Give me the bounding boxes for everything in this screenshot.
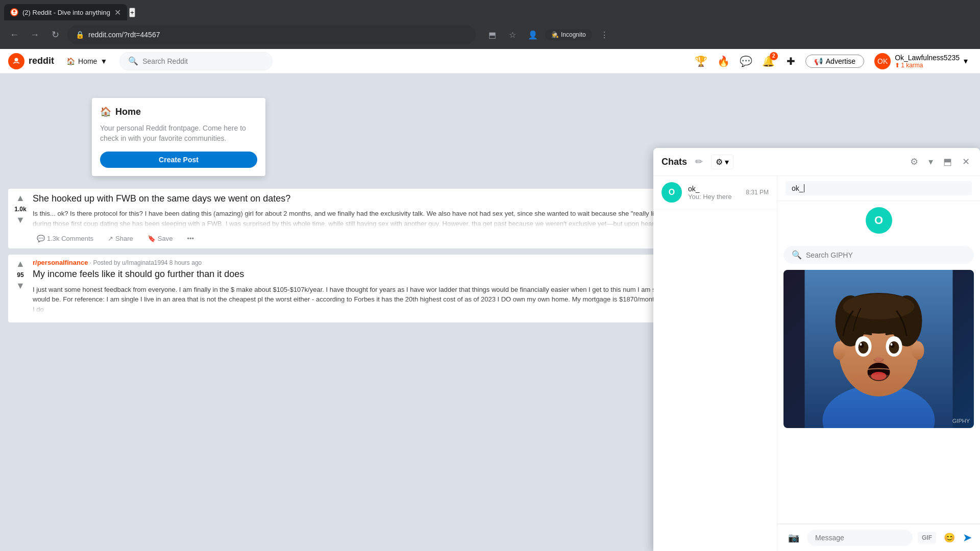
- create-post-button[interactable]: Create Post: [100, 152, 257, 168]
- message-input-area: 📷 GIF 😊 ➤: [777, 524, 980, 551]
- chat-time: 8:31 PM: [746, 189, 769, 196]
- tab-favicon: [10, 8, 18, 16]
- profile-icon[interactable]: 👤: [525, 27, 541, 43]
- svg-point-27: [851, 374, 907, 390]
- svg-point-20: [860, 343, 862, 346]
- nav-actions: ⬒ ☆ 👤 🕵 Incognito ⋮: [484, 27, 612, 43]
- home-nav-button[interactable]: 🏠 Home ▼: [62, 55, 111, 67]
- chat-settings-button[interactable]: ⚙: [908, 154, 920, 169]
- reddit-header: reddit 🏠 Home ▼ 🔍 🏆 🔥 💬 🔔 2 ✚: [0, 49, 980, 73]
- downvote-button[interactable]: ▼: [16, 215, 25, 226]
- share-button[interactable]: ↗ Share: [104, 233, 137, 244]
- giphy-search-input[interactable]: [806, 251, 966, 259]
- search-icon: 🔍: [128, 56, 138, 66]
- chat-info: ok_ You: Hey there: [688, 185, 740, 201]
- header-actions: 🏆 🔥 💬 🔔 2 ✚ 📢 Advertise OK Ok_Lawfulness…: [693, 51, 972, 71]
- chat-external-button[interactable]: ⬒: [941, 154, 954, 169]
- browser-chrome: (2) Reddit - Dive into anything ✕ + ← → …: [0, 0, 980, 49]
- search-bar[interactable]: 🔍: [119, 52, 273, 70]
- svg-point-25: [834, 341, 846, 360]
- downvote-button-2[interactable]: ▼: [16, 281, 25, 291]
- gif-svg: [783, 270, 974, 428]
- user-avatar: OK: [874, 53, 891, 69]
- active-tab[interactable]: (2) Reddit - Dive into anything ✕: [4, 4, 127, 20]
- username: Ok_Lawfulness5235: [895, 54, 960, 62]
- camera-button[interactable]: 📷: [786, 530, 802, 546]
- bookmark-icon[interactable]: ☆: [504, 27, 521, 43]
- notification-badge: 2: [770, 52, 778, 60]
- chat-username: ok_: [688, 185, 740, 193]
- close-tab-icon[interactable]: ✕: [114, 8, 121, 17]
- gif-search-area: 🔍: [777, 240, 980, 524]
- add-post-button[interactable]: ✚: [783, 53, 799, 69]
- chats-header: Chats ✏ ⚙ ▾ ⚙ ▾ ⬒ ✕: [653, 148, 980, 176]
- gif-search-icon: 🔍: [792, 250, 802, 260]
- svg-point-5: [17, 62, 18, 63]
- chats-compose-button[interactable]: ✏: [693, 154, 705, 169]
- chat-close-button[interactable]: ✕: [960, 154, 972, 169]
- post-subreddit[interactable]: r/personalfinance: [33, 259, 88, 266]
- svg-point-3: [15, 58, 18, 61]
- karma-badge: ⬆ 1 karma: [895, 62, 960, 69]
- advertise-button[interactable]: 📢 Advertise: [805, 55, 864, 68]
- gif-image[interactable]: GIPHY: [783, 270, 974, 428]
- reload-button[interactable]: ↻: [47, 27, 63, 43]
- chats-filter[interactable]: ⚙ ▾: [711, 155, 733, 169]
- svg-point-21: [891, 343, 893, 346]
- chat-icon-button[interactable]: 💬: [738, 53, 754, 69]
- svg-point-13: [843, 294, 915, 319]
- profile-dropdown-icon: ▾: [964, 56, 968, 66]
- giphy-watermark: GIPHY: [952, 418, 970, 424]
- chats-panel: Chats ✏ ⚙ ▾ ⚙ ▾ ⬒ ✕ O ok_ You: Hey there: [653, 148, 980, 551]
- menu-button[interactable]: ⋮: [596, 27, 612, 43]
- save-icon: 🔖: [148, 235, 156, 242]
- popular-icon-button[interactable]: 🔥: [716, 53, 732, 69]
- home-dropdown-title: 🏠 Home: [100, 106, 257, 117]
- home-dropdown: 🏠 Home Your personal Reddit frontpage. C…: [92, 98, 265, 176]
- upvote-button[interactable]: ▲: [16, 193, 25, 204]
- chat-name-input[interactable]: ok_: [786, 181, 972, 195]
- award-icon-button[interactable]: 🏆: [693, 53, 709, 69]
- tab-title: (2) Reddit - Dive into anything: [22, 9, 110, 16]
- user-profile[interactable]: OK Ok_Lawfulness5235 ⬆ 1 karma ▾: [870, 51, 972, 71]
- chat-expand-button[interactable]: ▾: [926, 154, 935, 169]
- svg-point-4: [14, 62, 15, 63]
- address-bar[interactable]: 🔒 reddit.com/?rdt=44567: [67, 26, 476, 44]
- send-button[interactable]: ➤: [963, 531, 972, 544]
- chats-content: O ok_ You: Hey there 8:31 PM ok_: [653, 176, 980, 551]
- search-input[interactable]: [142, 57, 264, 65]
- comments-button[interactable]: 💬 1.3k Comments: [33, 233, 97, 244]
- back-button[interactable]: ←: [6, 27, 22, 43]
- karma-count: 1 karma: [901, 62, 923, 69]
- post-author: u/Imaginata1994: [122, 259, 167, 266]
- comment-icon: 💬: [37, 235, 45, 242]
- chats-list: O ok_ You: Hey there 8:31 PM: [653, 176, 777, 551]
- share-icon: ↗: [108, 235, 113, 242]
- new-tab-button[interactable]: +: [129, 8, 135, 17]
- url-text: reddit.com/?rdt=44567: [88, 31, 468, 39]
- more-options-button[interactable]: •••: [183, 233, 198, 244]
- reddit-logo-icon: [8, 53, 24, 69]
- gif-search-bar[interactable]: 🔍: [783, 246, 974, 264]
- chat-list-item[interactable]: O ok_ You: Hey there 8:31 PM: [653, 176, 777, 209]
- chat-window: ok_ O 🔍: [777, 176, 980, 551]
- filter-icon: ⚙: [716, 157, 723, 167]
- incognito-badge: 🕵 Incognito: [545, 29, 592, 40]
- chat-user-avatar: O: [866, 207, 892, 234]
- post-time: 8 hours ago: [169, 259, 202, 266]
- svg-point-17: [889, 341, 899, 354]
- home-dropdown-description: Your personal Reddit frontpage. Come her…: [100, 123, 257, 143]
- reddit-logo-text: reddit: [29, 56, 54, 66]
- forward-button[interactable]: →: [27, 27, 43, 43]
- vote-count-2: 95: [17, 271, 23, 279]
- svg-point-16: [859, 341, 869, 354]
- emoji-button[interactable]: 😊: [941, 530, 958, 546]
- cast-icon[interactable]: ⬒: [484, 27, 500, 43]
- save-button[interactable]: 🔖 Save: [143, 233, 177, 244]
- gif-button[interactable]: GIF: [918, 532, 936, 544]
- notification-button[interactable]: 🔔 2: [761, 53, 777, 69]
- chat-avatar: O: [662, 182, 682, 203]
- upvote-button-2[interactable]: ▲: [16, 259, 25, 269]
- message-input[interactable]: [807, 530, 913, 546]
- reddit-logo[interactable]: reddit: [8, 53, 54, 69]
